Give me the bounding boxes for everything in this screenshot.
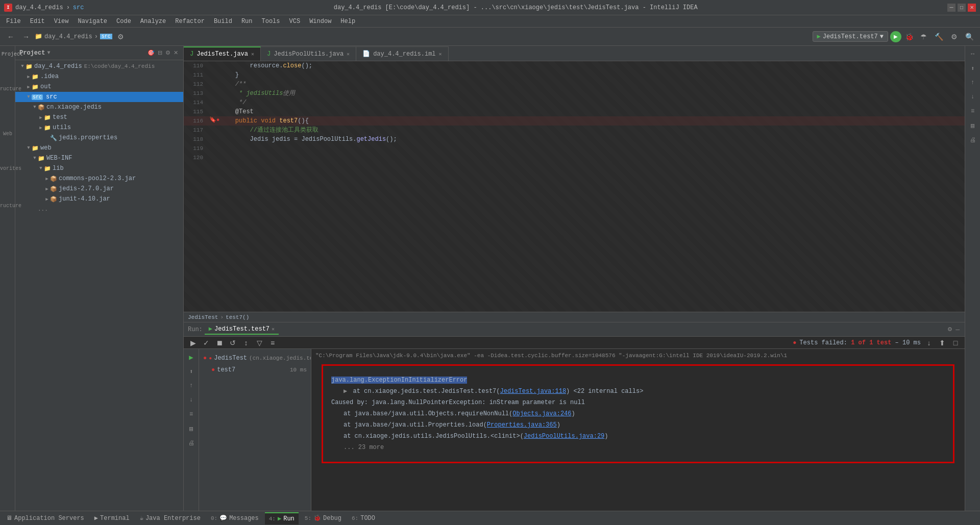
tree-item-out[interactable]: ▶ 📁 out [15, 82, 183, 92]
run-minimize-button[interactable]: ─ [954, 326, 961, 334]
search-button[interactable]: 🔍 [963, 30, 976, 43]
tree-item-more[interactable]: ... [15, 204, 183, 214]
run-side-icon5[interactable]: ≡ [185, 408, 198, 420]
jedispoolutils-link[interactable]: JedisPoolUtils.java:29 [524, 433, 604, 440]
breadcrumb-method[interactable]: test7() [226, 314, 249, 320]
properties-link[interactable]: Properties.java:365 [487, 421, 557, 429]
run-side-icon1[interactable]: ▶ [185, 351, 198, 363]
objects-link[interactable]: Objects.java:246 [512, 410, 571, 417]
gear-button[interactable]: ⚙ [164, 48, 172, 57]
right-tool-1[interactable]: ↔ [967, 48, 979, 60]
open-button[interactable]: □ [950, 338, 961, 348]
right-tool-3[interactable]: ↑ [967, 77, 979, 89]
sort-button[interactable]: ↕ [241, 338, 251, 348]
sidebar-icon-web[interactable]: Web [2, 128, 14, 140]
jedistest-link[interactable]: JedisTest.java:118 [500, 388, 566, 395]
filter-button[interactable]: ▽ [254, 338, 264, 348]
tab-debug[interactable]: 5: 🐞 Debug [301, 512, 346, 524]
scroll-down-button[interactable]: ↓ [924, 338, 934, 348]
tree-item-utils[interactable]: ▶ 📁 utils [15, 122, 183, 133]
tree-item-root[interactable]: ▼ 📁 day_4.4_redis E:\code\day_4.4_redis [15, 61, 183, 71]
run-output[interactable]: "C:\Program Files\Java\jdk-9.0.4\bin\jav… [311, 349, 965, 511]
tab-iml[interactable]: 📄 day_4.4_redis.iml ✕ [356, 46, 448, 61]
tab-java-enterprise[interactable]: ☕ Java Enterprise [136, 512, 205, 524]
run-side-icon3[interactable]: ↑ [185, 380, 198, 392]
tree-item-src[interactable]: ▼ src src [15, 92, 183, 102]
tree-item-jedis-jar[interactable]: ▶ 📦 jedis-2.7.0.jar [15, 184, 183, 194]
run-configuration[interactable]: ▶ JedisTest.test7 ▼ [813, 31, 888, 42]
tree-item-properties[interactable]: ▶ 🔧 jedis.properties [15, 133, 183, 143]
panel-close[interactable]: ✕ [173, 48, 179, 57]
code-editor[interactable]: 110 resource.close(); 111 } 112 /** [184, 61, 965, 312]
build-button[interactable]: 🔨 [932, 30, 945, 43]
menu-vcs[interactable]: VCS [285, 17, 305, 26]
menu-refactor[interactable]: Refactor [171, 17, 209, 26]
run-side-icon4[interactable]: ↓ [185, 394, 198, 406]
panel-dropdown[interactable]: ▼ [47, 50, 50, 56]
run-tab-active[interactable]: ▶ JedisTest.test7 ✕ [205, 324, 279, 335]
rerun-failed[interactable]: ↺ [228, 338, 238, 348]
menu-build[interactable]: Build [210, 17, 236, 26]
tab-run[interactable]: 4: ▶ Run [265, 512, 299, 524]
run-side-icon2[interactable]: ⬆ [185, 365, 198, 378]
run-side-icon6[interactable]: ▤ [185, 422, 198, 435]
right-tool-7[interactable]: 🖨 [967, 134, 979, 146]
run-again-button[interactable]: ▶ [188, 338, 198, 348]
expand-icon[interactable]: ▶ [344, 388, 347, 395]
close-button[interactable]: ✕ [968, 4, 976, 12]
test-item-test7[interactable]: ● test7 10 ms [199, 365, 311, 374]
menu-window[interactable]: Window [305, 17, 335, 26]
tab-iml-close[interactable]: ✕ [439, 51, 442, 57]
tree-item-junit[interactable]: ▶ 📦 junit-4.10.jar [15, 194, 183, 204]
breadcrumb-class[interactable]: JedisTest [188, 314, 218, 320]
sidebar-icon-structure[interactable]: Structure [2, 83, 14, 95]
menu-help[interactable]: Help [336, 17, 359, 26]
menu-analyze[interactable]: Analyze [136, 17, 170, 26]
tab-jedistest-close[interactable]: ✕ [251, 51, 254, 57]
forward-button[interactable]: → [19, 30, 33, 43]
coverage-button[interactable]: ☂ [917, 30, 930, 43]
menu-run[interactable]: Run [237, 17, 257, 26]
right-tool-6[interactable]: ▤ [967, 119, 979, 132]
tab-terminal[interactable]: ▶ Terminal [90, 512, 134, 524]
tab-jedistest[interactable]: J JedisTest.java ✕ [184, 46, 261, 61]
collapse-button[interactable]: ⊟ [157, 48, 163, 57]
run-button[interactable]: ▶ [890, 31, 901, 42]
tree-button[interactable]: ≡ [267, 338, 278, 348]
menu-view[interactable]: View [50, 17, 73, 26]
right-tool-5[interactable]: ≡ [967, 105, 979, 117]
menu-code[interactable]: Code [112, 17, 135, 26]
sidebar-icon-project[interactable]: 1: Project [2, 48, 14, 60]
tab-app-servers[interactable]: 🖥 Application Servers [2, 512, 88, 524]
tree-item-idea[interactable]: ▶ 📁 .idea [15, 71, 183, 82]
menu-file[interactable]: File [2, 17, 25, 26]
tree-item-web[interactable]: ▼ 📁 web [15, 143, 183, 153]
sidebar-icon-zstructure[interactable]: Z-Structure [2, 197, 14, 209]
menu-navigate[interactable]: Navigate [74, 17, 111, 26]
maximize-button[interactable]: □ [958, 4, 966, 12]
run-settings-button[interactable]: ⚙ [946, 325, 953, 334]
tab-pool-close[interactable]: ✕ [347, 51, 350, 57]
back-button[interactable]: ← [4, 30, 17, 43]
minimize-button[interactable]: ─ [947, 4, 955, 12]
project-structure-button[interactable]: ⚙ [114, 30, 128, 43]
right-tool-4[interactable]: ↓ [967, 91, 979, 103]
tab-jedispoolutils[interactable]: J JedisPoolUtils.java ✕ [261, 46, 356, 61]
test-item-jedistest[interactable]: ● ● JedisTest (cn.xiaoge.jedis.test) 10 … [199, 351, 311, 365]
right-tool-2[interactable]: ⬆ [967, 62, 979, 74]
debug-button[interactable]: 🐞 [903, 31, 915, 42]
menu-tools[interactable]: Tools [258, 17, 284, 26]
test-check-button[interactable]: ✓ [201, 338, 211, 348]
tree-item-lib[interactable]: ▼ 📁 lib [15, 163, 183, 173]
tree-item-test[interactable]: ▶ 📁 test [15, 112, 183, 122]
run-tab-close[interactable]: ✕ [272, 326, 275, 332]
sidebar-icon-favorites[interactable]: Favorites [2, 162, 14, 174]
run-side-icon7[interactable]: 🖨 [185, 437, 198, 449]
tree-item-package[interactable]: ▼ 📦 cn.xiaoge.jedis [15, 102, 183, 112]
tree-item-webinf[interactable]: ▼ 📁 WEB-INF [15, 153, 183, 163]
stop-button[interactable]: ⏹ [214, 338, 225, 348]
settings-button[interactable]: ⚙ [947, 30, 961, 43]
locate-button[interactable]: 🎯 [146, 48, 156, 57]
tab-messages[interactable]: 0: 💬 Messages [207, 512, 263, 524]
tab-todo[interactable]: 6: TODO [348, 512, 379, 524]
